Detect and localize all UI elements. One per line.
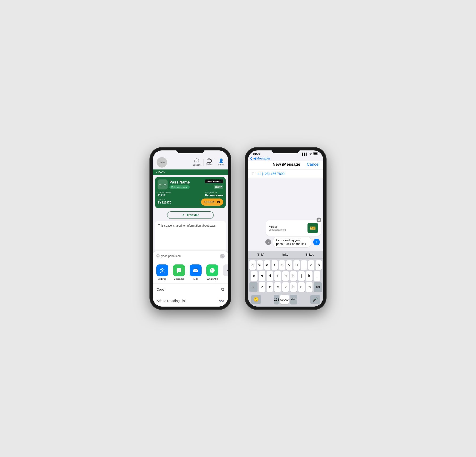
copy-action[interactable]: Copy ⧉: [153, 283, 228, 295]
messages-label: Messages: [173, 278, 185, 280]
back-button[interactable]: < BACK: [153, 169, 228, 175]
cancel-button[interactable]: Cancel: [307, 162, 319, 167]
transfer-icon: [182, 213, 185, 217]
to-value[interactable]: +1 (123) 456 7890: [257, 172, 285, 176]
key-c[interactable]: c: [274, 282, 281, 292]
link-thumbnail: 🎫: [307, 223, 318, 233]
key-t[interactable]: t: [279, 260, 285, 270]
phone-1-screen: LOGO ? Support Wallet 👤 Profile: [153, 150, 228, 307]
message-bubble: Yodel yodelportal.com 🎫 ✕ › I am sen: [264, 220, 321, 248]
autocorrect-0[interactable]: "link": [254, 253, 267, 256]
key-l[interactable]: l: [314, 271, 320, 281]
key-q[interactable]: q: [249, 260, 256, 270]
key-k[interactable]: k: [306, 271, 313, 281]
message-input-row: › I am sending your pass. Click on the l…: [264, 237, 321, 248]
key-h[interactable]: h: [290, 271, 297, 281]
share-whatsapp[interactable]: WhatsApp: [205, 264, 220, 280]
pass-card: Your Logo Pass Name Enterprise Name IN-T…: [155, 177, 226, 208]
key-x[interactable]: x: [267, 282, 273, 292]
support-nav[interactable]: ? Support: [193, 159, 200, 166]
url-left: ⊘ yodelportal.com: [156, 254, 182, 258]
confirmation-label: Confirmation #: [158, 191, 190, 194]
key-g[interactable]: g: [282, 271, 289, 281]
back-label: < BACK: [156, 171, 165, 174]
shift-key[interactable]: ⇧: [249, 282, 257, 292]
share-apps: AirDrop Messages: [153, 261, 228, 283]
transfer-button[interactable]: Transfer: [167, 211, 214, 219]
key-z[interactable]: z: [259, 282, 265, 292]
pass-name-section: Pass Name Enterprise Name: [170, 180, 190, 189]
key-a[interactable]: a: [251, 271, 257, 281]
notch-1: [176, 148, 205, 153]
autocorrect-2[interactable]: linked: [303, 253, 317, 256]
share-mail[interactable]: Mail: [188, 264, 203, 280]
key-v[interactable]: v: [282, 282, 289, 292]
checkin-button[interactable]: CHECK - IN: [201, 198, 223, 206]
send-button[interactable]: ↑: [313, 239, 320, 245]
share-sheet: ⊘ yodelportal.com ✕: [153, 251, 228, 307]
key-b[interactable]: b: [290, 282, 297, 292]
link-close-button[interactable]: ✕: [316, 218, 321, 222]
header-divider: [203, 159, 204, 166]
wallet-icon: [207, 159, 212, 162]
share-airdrop[interactable]: AirDrop: [155, 264, 170, 280]
share-more[interactable]: ···: [222, 264, 228, 280]
share-messages[interactable]: Messages: [172, 264, 186, 280]
svg-point-3: [178, 270, 178, 271]
keyboard-utility-row: 🙂 123 space return 🎤: [249, 293, 322, 305]
autocorrect-1[interactable]: links: [279, 253, 291, 256]
svg-rect-6: [193, 269, 198, 272]
key-i[interactable]: i: [301, 260, 307, 270]
checkin-section[interactable]: CHECK - IN: [191, 198, 223, 206]
return-key[interactable]: return: [290, 295, 297, 304]
share-url: yodelportal.com: [161, 254, 182, 258]
message-input[interactable]: I am sending your pass. Click on the lin…: [273, 237, 311, 247]
key-j[interactable]: j: [298, 271, 305, 281]
phone-2-screen: 10:29 ▌▌▌: [248, 150, 323, 307]
mic-key[interactable]: 🎤: [310, 295, 320, 304]
time: 10:29: [253, 152, 260, 156]
key-p[interactable]: p: [315, 260, 322, 270]
reading-list-action[interactable]: Add to Reading List 👓: [153, 295, 228, 307]
profile-nav[interactable]: 👤 Profile: [218, 159, 224, 166]
expand-icon[interactable]: ›: [265, 239, 271, 245]
support-icon: ?: [194, 159, 199, 163]
phone-2: 10:29 ▌▌▌: [245, 148, 326, 309]
assigned-value: Person Name: [205, 194, 223, 197]
to-label: To:: [252, 172, 256, 176]
imessage-title: New iMessage: [272, 162, 300, 167]
to-field: To: +1 (123) 456 7890: [248, 169, 323, 178]
emoji-key[interactable]: 🙂: [251, 295, 261, 304]
mail-icon: [190, 264, 202, 276]
space-key[interactable]: space: [280, 295, 289, 304]
key-o[interactable]: o: [308, 260, 314, 270]
pass-name: Pass Name: [170, 180, 190, 185]
info-text: This space is used for information about…: [158, 224, 216, 227]
more-icon: ···: [223, 264, 228, 276]
num-key[interactable]: 123: [274, 295, 279, 304]
delete-key[interactable]: ⌫: [314, 282, 322, 292]
back-messages-button[interactable]: ◀ Messages: [250, 157, 271, 160]
key-u[interactable]: u: [293, 260, 300, 270]
wallet-nav[interactable]: Wallet: [206, 159, 212, 165]
key-w[interactable]: w: [257, 260, 263, 270]
link-domain: yodelportal.com: [269, 228, 286, 231]
serial-label: Serial #: [158, 198, 190, 201]
message-area: Yodel yodelportal.com 🎫 ✕ › I am sen: [248, 178, 323, 251]
pass-logo: Your Logo: [158, 179, 168, 189]
key-n[interactable]: n: [298, 282, 305, 292]
transfer-label: Transfer: [187, 213, 199, 217]
link-preview: Yodel yodelportal.com 🎫 ✕: [266, 220, 321, 236]
serial-value: SYS21970: [158, 201, 190, 204]
key-s[interactable]: s: [259, 271, 265, 281]
key-m[interactable]: m: [306, 282, 313, 292]
key-y[interactable]: y: [286, 260, 292, 270]
key-r[interactable]: r: [272, 260, 278, 270]
close-share-button[interactable]: ✕: [220, 254, 225, 259]
svg-point-5: [180, 270, 180, 271]
status-right: ▌▌▌: [302, 152, 318, 156]
link-thumb-container: 🎫 ✕: [307, 223, 318, 233]
key-e[interactable]: e: [264, 260, 270, 270]
key-d[interactable]: d: [267, 271, 273, 281]
key-f[interactable]: f: [274, 271, 281, 281]
